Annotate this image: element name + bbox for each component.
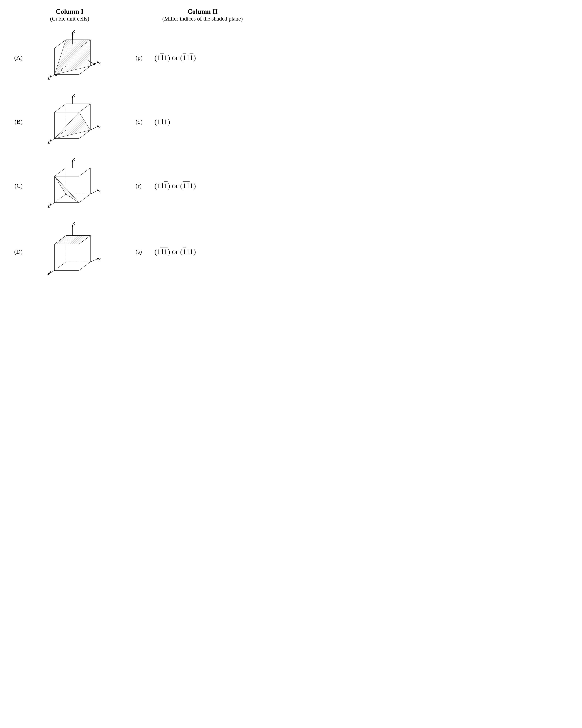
miller-label-q: (q): [135, 118, 147, 125]
cube-D: Z Y X: [26, 222, 121, 282]
svg-line-42: [79, 104, 90, 112]
svg-line-44: [55, 104, 66, 112]
svg-text:X: X: [49, 269, 52, 274]
row-B: (B) Z Y X: [11, 92, 280, 152]
row-C: (C) Z Y X: [11, 156, 280, 216]
miller-formula-r: (111) or (111): [154, 181, 196, 190]
svg-marker-45: [55, 112, 90, 138]
svg-line-79: [55, 262, 66, 270]
svg-text:Y: Y: [98, 257, 101, 262]
miller-area-C: (r) (111) or (111): [121, 181, 280, 190]
col2-subtitle: (Miller indices of the shaded plane): [137, 16, 268, 22]
row-label-D: (D): [11, 248, 26, 255]
svg-text:X: X: [49, 138, 52, 142]
row-label-A: (A): [11, 54, 26, 61]
svg-line-65: [79, 168, 90, 176]
row-label-C: (C): [11, 182, 26, 189]
svg-text:X: X: [49, 74, 52, 78]
miller-formula-q: (111): [154, 117, 170, 126]
svg-text:X: X: [49, 202, 52, 206]
row-A: (A) Z Y X: [11, 27, 280, 88]
cube-svg-D: Z Y X: [43, 222, 104, 282]
column2-header: Column II (Miller indices of the shaded …: [137, 7, 268, 22]
svg-marker-68: [55, 176, 79, 203]
svg-line-71: [90, 190, 98, 194]
svg-line-67: [55, 168, 66, 176]
svg-line-60: [79, 194, 90, 203]
svg-line-83: [79, 262, 90, 270]
cube-svg-C: Z Y X: [43, 157, 104, 214]
miller-formula-p: (111) or (111): [154, 53, 196, 62]
cube-A: Z Y X: [26, 29, 121, 86]
cube-svg-B: Z Y X: [43, 94, 104, 150]
miller-label-s: (s): [135, 248, 147, 255]
row-label-B: (B): [11, 118, 26, 125]
svg-marker-91: [55, 236, 90, 244]
miller-area-B: (q) (111): [121, 117, 280, 126]
header: Column I (Cubic unit cells) Column II (M…: [11, 7, 280, 22]
miller-area-D: (s) (111) or (111): [121, 247, 280, 256]
col1-title: Column I: [23, 7, 117, 16]
miller-area-A: (p) (111) or (111): [121, 53, 280, 62]
page: Column I (Cubic unit cells) Column II (M…: [0, 0, 291, 364]
miller-label-p: (p): [135, 54, 147, 61]
cube-svg-A: Z Y X: [43, 29, 104, 86]
svg-line-56: [55, 194, 66, 203]
col1-subtitle: (Cubic unit cells): [23, 16, 117, 22]
column1-header: Column I (Cubic unit cells): [23, 7, 117, 22]
svg-marker-21: [55, 40, 90, 75]
miller-formula-s: (111) or (111): [154, 247, 196, 256]
svg-line-25: [90, 62, 98, 66]
miller-label-r: (r): [135, 182, 147, 189]
svg-line-94: [90, 259, 98, 262]
col2-title: Column II: [137, 7, 268, 16]
cube-C: Z Y X: [26, 157, 121, 214]
svg-text:Z: Z: [73, 222, 75, 226]
cube-B: Z Y X: [26, 94, 121, 150]
svg-line-48: [90, 126, 98, 130]
row-D: (D) Z Y X: [11, 219, 280, 284]
